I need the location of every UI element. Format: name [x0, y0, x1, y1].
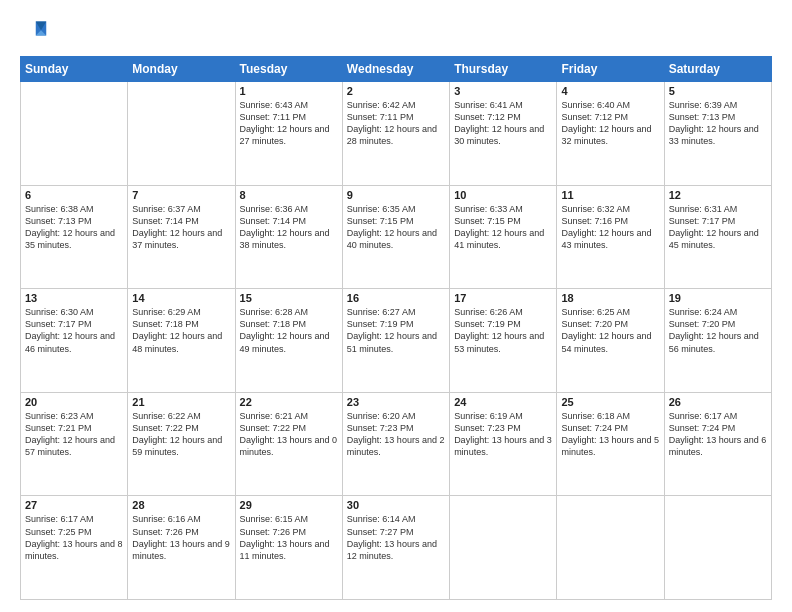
day-number: 4 — [561, 85, 659, 97]
calendar-cell: 16Sunrise: 6:27 AM Sunset: 7:19 PM Dayli… — [342, 289, 449, 393]
day-number: 15 — [240, 292, 338, 304]
calendar-cell: 23Sunrise: 6:20 AM Sunset: 7:23 PM Dayli… — [342, 392, 449, 496]
calendar-table: SundayMondayTuesdayWednesdayThursdayFrid… — [20, 56, 772, 600]
calendar-cell — [21, 82, 128, 186]
day-number: 2 — [347, 85, 445, 97]
day-number: 7 — [132, 189, 230, 201]
day-number: 19 — [669, 292, 767, 304]
day-content: Sunrise: 6:20 AM Sunset: 7:23 PM Dayligh… — [347, 410, 445, 459]
calendar-cell: 8Sunrise: 6:36 AM Sunset: 7:14 PM Daylig… — [235, 185, 342, 289]
calendar-cell: 11Sunrise: 6:32 AM Sunset: 7:16 PM Dayli… — [557, 185, 664, 289]
calendar-cell: 17Sunrise: 6:26 AM Sunset: 7:19 PM Dayli… — [450, 289, 557, 393]
day-content: Sunrise: 6:42 AM Sunset: 7:11 PM Dayligh… — [347, 99, 445, 148]
day-number: 23 — [347, 396, 445, 408]
day-number: 3 — [454, 85, 552, 97]
calendar-cell: 25Sunrise: 6:18 AM Sunset: 7:24 PM Dayli… — [557, 392, 664, 496]
day-number: 9 — [347, 189, 445, 201]
calendar-cell: 20Sunrise: 6:23 AM Sunset: 7:21 PM Dayli… — [21, 392, 128, 496]
day-number: 30 — [347, 499, 445, 511]
day-number: 11 — [561, 189, 659, 201]
day-number: 14 — [132, 292, 230, 304]
week-row-4: 20Sunrise: 6:23 AM Sunset: 7:21 PM Dayli… — [21, 392, 772, 496]
calendar-cell: 30Sunrise: 6:14 AM Sunset: 7:27 PM Dayli… — [342, 496, 449, 600]
day-number: 25 — [561, 396, 659, 408]
day-number: 17 — [454, 292, 552, 304]
day-content: Sunrise: 6:25 AM Sunset: 7:20 PM Dayligh… — [561, 306, 659, 355]
day-number: 12 — [669, 189, 767, 201]
calendar-cell: 14Sunrise: 6:29 AM Sunset: 7:18 PM Dayli… — [128, 289, 235, 393]
calendar-cell: 15Sunrise: 6:28 AM Sunset: 7:18 PM Dayli… — [235, 289, 342, 393]
weekday-header-row: SundayMondayTuesdayWednesdayThursdayFrid… — [21, 57, 772, 82]
day-content: Sunrise: 6:35 AM Sunset: 7:15 PM Dayligh… — [347, 203, 445, 252]
day-number: 6 — [25, 189, 123, 201]
day-content: Sunrise: 6:40 AM Sunset: 7:12 PM Dayligh… — [561, 99, 659, 148]
weekday-header-saturday: Saturday — [664, 57, 771, 82]
day-content: Sunrise: 6:37 AM Sunset: 7:14 PM Dayligh… — [132, 203, 230, 252]
calendar-cell — [664, 496, 771, 600]
day-number: 8 — [240, 189, 338, 201]
week-row-3: 13Sunrise: 6:30 AM Sunset: 7:17 PM Dayli… — [21, 289, 772, 393]
page: SundayMondayTuesdayWednesdayThursdayFrid… — [0, 0, 792, 612]
calendar-cell: 29Sunrise: 6:15 AM Sunset: 7:26 PM Dayli… — [235, 496, 342, 600]
calendar-cell: 19Sunrise: 6:24 AM Sunset: 7:20 PM Dayli… — [664, 289, 771, 393]
calendar-cell: 4Sunrise: 6:40 AM Sunset: 7:12 PM Daylig… — [557, 82, 664, 186]
day-content: Sunrise: 6:41 AM Sunset: 7:12 PM Dayligh… — [454, 99, 552, 148]
day-number: 13 — [25, 292, 123, 304]
day-content: Sunrise: 6:32 AM Sunset: 7:16 PM Dayligh… — [561, 203, 659, 252]
day-content: Sunrise: 6:36 AM Sunset: 7:14 PM Dayligh… — [240, 203, 338, 252]
day-number: 20 — [25, 396, 123, 408]
day-number: 22 — [240, 396, 338, 408]
calendar-cell: 6Sunrise: 6:38 AM Sunset: 7:13 PM Daylig… — [21, 185, 128, 289]
week-row-2: 6Sunrise: 6:38 AM Sunset: 7:13 PM Daylig… — [21, 185, 772, 289]
day-content: Sunrise: 6:16 AM Sunset: 7:26 PM Dayligh… — [132, 513, 230, 562]
day-content: Sunrise: 6:39 AM Sunset: 7:13 PM Dayligh… — [669, 99, 767, 148]
weekday-header-monday: Monday — [128, 57, 235, 82]
week-row-1: 1Sunrise: 6:43 AM Sunset: 7:11 PM Daylig… — [21, 82, 772, 186]
calendar-cell — [128, 82, 235, 186]
calendar-cell — [557, 496, 664, 600]
day-content: Sunrise: 6:31 AM Sunset: 7:17 PM Dayligh… — [669, 203, 767, 252]
calendar-cell: 21Sunrise: 6:22 AM Sunset: 7:22 PM Dayli… — [128, 392, 235, 496]
weekday-header-tuesday: Tuesday — [235, 57, 342, 82]
day-number: 1 — [240, 85, 338, 97]
weekday-header-thursday: Thursday — [450, 57, 557, 82]
day-number: 27 — [25, 499, 123, 511]
calendar-cell: 27Sunrise: 6:17 AM Sunset: 7:25 PM Dayli… — [21, 496, 128, 600]
calendar-cell — [450, 496, 557, 600]
calendar-cell: 3Sunrise: 6:41 AM Sunset: 7:12 PM Daylig… — [450, 82, 557, 186]
day-content: Sunrise: 6:19 AM Sunset: 7:23 PM Dayligh… — [454, 410, 552, 459]
logo-icon — [20, 18, 48, 46]
calendar-cell: 28Sunrise: 6:16 AM Sunset: 7:26 PM Dayli… — [128, 496, 235, 600]
week-row-5: 27Sunrise: 6:17 AM Sunset: 7:25 PM Dayli… — [21, 496, 772, 600]
day-content: Sunrise: 6:26 AM Sunset: 7:19 PM Dayligh… — [454, 306, 552, 355]
day-content: Sunrise: 6:24 AM Sunset: 7:20 PM Dayligh… — [669, 306, 767, 355]
day-content: Sunrise: 6:43 AM Sunset: 7:11 PM Dayligh… — [240, 99, 338, 148]
day-number: 26 — [669, 396, 767, 408]
day-content: Sunrise: 6:15 AM Sunset: 7:26 PM Dayligh… — [240, 513, 338, 562]
day-content: Sunrise: 6:33 AM Sunset: 7:15 PM Dayligh… — [454, 203, 552, 252]
day-number: 10 — [454, 189, 552, 201]
calendar-cell: 24Sunrise: 6:19 AM Sunset: 7:23 PM Dayli… — [450, 392, 557, 496]
weekday-header-sunday: Sunday — [21, 57, 128, 82]
day-number: 29 — [240, 499, 338, 511]
weekday-header-wednesday: Wednesday — [342, 57, 449, 82]
day-content: Sunrise: 6:22 AM Sunset: 7:22 PM Dayligh… — [132, 410, 230, 459]
calendar-cell: 18Sunrise: 6:25 AM Sunset: 7:20 PM Dayli… — [557, 289, 664, 393]
day-content: Sunrise: 6:17 AM Sunset: 7:25 PM Dayligh… — [25, 513, 123, 562]
day-content: Sunrise: 6:18 AM Sunset: 7:24 PM Dayligh… — [561, 410, 659, 459]
day-content: Sunrise: 6:28 AM Sunset: 7:18 PM Dayligh… — [240, 306, 338, 355]
day-number: 18 — [561, 292, 659, 304]
calendar-cell: 22Sunrise: 6:21 AM Sunset: 7:22 PM Dayli… — [235, 392, 342, 496]
calendar-cell: 12Sunrise: 6:31 AM Sunset: 7:17 PM Dayli… — [664, 185, 771, 289]
day-number: 16 — [347, 292, 445, 304]
day-content: Sunrise: 6:23 AM Sunset: 7:21 PM Dayligh… — [25, 410, 123, 459]
calendar-cell: 26Sunrise: 6:17 AM Sunset: 7:24 PM Dayli… — [664, 392, 771, 496]
day-number: 5 — [669, 85, 767, 97]
day-content: Sunrise: 6:14 AM Sunset: 7:27 PM Dayligh… — [347, 513, 445, 562]
day-content: Sunrise: 6:17 AM Sunset: 7:24 PM Dayligh… — [669, 410, 767, 459]
day-content: Sunrise: 6:21 AM Sunset: 7:22 PM Dayligh… — [240, 410, 338, 459]
day-content: Sunrise: 6:38 AM Sunset: 7:13 PM Dayligh… — [25, 203, 123, 252]
logo — [20, 18, 52, 46]
day-number: 21 — [132, 396, 230, 408]
calendar-cell: 5Sunrise: 6:39 AM Sunset: 7:13 PM Daylig… — [664, 82, 771, 186]
